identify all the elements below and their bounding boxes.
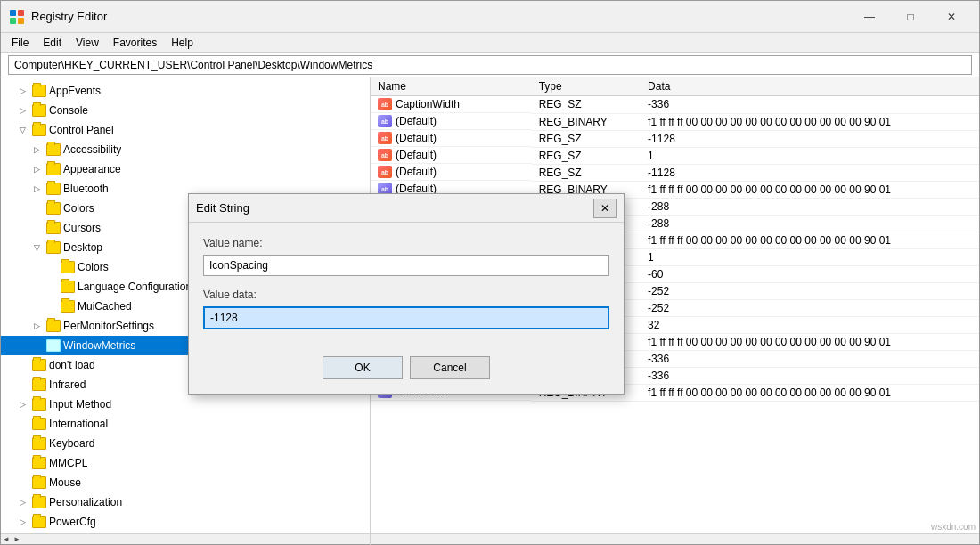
minimize-button[interactable]: — bbox=[849, 4, 890, 30]
main-content: ▷ AppEvents ▷ Console ▽ Control Panel ▷ … bbox=[1, 77, 979, 533]
scroll-right-arrow[interactable]: ► bbox=[12, 535, 22, 543]
modal-close-button[interactable]: ✕ bbox=[593, 199, 617, 218]
window-title: Registry Editor bbox=[31, 10, 849, 23]
edit-string-dialog: Edit String ✕ Value name: Value data: OK… bbox=[188, 193, 625, 395]
menu-help[interactable]: Help bbox=[164, 35, 200, 51]
title-bar: Registry Editor — □ ✕ bbox=[1, 1, 979, 33]
value-data-input[interactable] bbox=[203, 306, 609, 329]
scroll-left-arrow[interactable]: ◄ bbox=[1, 535, 12, 543]
svg-rect-2 bbox=[10, 18, 16, 24]
svg-rect-1 bbox=[18, 10, 24, 16]
bottom-scrollbar[interactable]: ◄ ► bbox=[1, 533, 979, 544]
menu-favorites[interactable]: Favorites bbox=[106, 35, 164, 51]
value-data-label: Value data: bbox=[203, 289, 609, 301]
cancel-button[interactable]: Cancel bbox=[410, 356, 490, 379]
modal-buttons: OK Cancel bbox=[203, 356, 609, 379]
tree-hscroll[interactable]: ◄ ► bbox=[1, 534, 371, 545]
modal-body: Value name: Value data: OK Cancel bbox=[189, 223, 624, 394]
address-bar bbox=[1, 53, 979, 77]
svg-rect-3 bbox=[18, 18, 24, 24]
value-name-input[interactable] bbox=[203, 255, 609, 276]
registry-editor-window: Registry Editor — □ ✕ File Edit View Fav… bbox=[0, 0, 980, 545]
value-name-label: Value name: bbox=[203, 237, 609, 249]
address-input[interactable] bbox=[8, 55, 972, 75]
svg-rect-0 bbox=[10, 10, 16, 16]
maximize-button[interactable]: □ bbox=[890, 4, 931, 30]
values-hscroll[interactable] bbox=[371, 534, 979, 545]
modal-title-bar: Edit String ✕ bbox=[189, 194, 624, 223]
ok-button[interactable]: OK bbox=[323, 356, 403, 379]
menu-bar: File Edit View Favorites Help bbox=[1, 33, 979, 53]
close-button[interactable]: ✕ bbox=[931, 4, 972, 30]
modal-title: Edit String bbox=[196, 201, 593, 215]
menu-view[interactable]: View bbox=[69, 35, 106, 51]
menu-edit[interactable]: Edit bbox=[36, 35, 69, 51]
modal-overlay: Edit String ✕ Value name: Value data: OK… bbox=[1, 77, 979, 533]
window-controls: — □ ✕ bbox=[849, 4, 972, 30]
menu-file[interactable]: File bbox=[4, 35, 36, 51]
app-icon bbox=[8, 8, 26, 26]
